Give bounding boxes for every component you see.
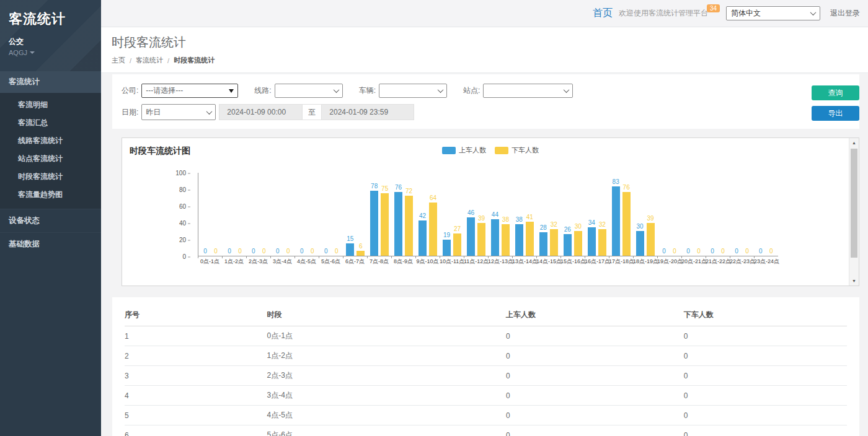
sidebar-section-2[interactable]: 基础数据 <box>0 232 101 256</box>
date-to-input[interactable]: 2024-01-09 23:59 <box>321 104 414 120</box>
table-row: 65点-6点00 <box>125 425 847 436</box>
scroll-up-icon[interactable]: ▲ <box>849 138 859 147</box>
bar-rect <box>550 229 558 256</box>
bar-rect <box>612 186 620 256</box>
bar-value-label: 0 <box>276 248 280 255</box>
page-title: 时段客流统计 <box>112 34 868 51</box>
chart-scrollbar[interactable]: ▲ ▼ <box>849 138 859 286</box>
chart-groups: 0000000000001567875767242641927463944383… <box>198 173 778 256</box>
sidebar-item[interactable]: 线路客流统计 <box>0 132 101 150</box>
line-label: 线路: <box>254 85 271 96</box>
table-cell: 6 <box>125 425 267 436</box>
logout-link[interactable]: 退出登录 <box>830 8 860 19</box>
sidebar-item[interactable]: 站点客流统计 <box>0 150 101 168</box>
bar-value-label: 0 <box>335 248 339 255</box>
org-name: 公交 <box>9 37 92 47</box>
bar-value-label: 39 <box>647 215 654 222</box>
bar-value-label: 0 <box>721 248 725 255</box>
bar-column: 34 <box>588 219 596 256</box>
bar-rect <box>622 192 631 256</box>
y-axis-tick: 20 <box>179 237 190 243</box>
bar-value-label: 0 <box>228 248 231 255</box>
table-cell: 2点-3点 <box>267 366 507 386</box>
sidebar-item[interactable]: 时段客流统计 <box>0 168 101 186</box>
bar-column: 28 <box>539 224 547 256</box>
bar-rect <box>539 232 547 256</box>
vehicle-select[interactable] <box>379 84 447 98</box>
language-select[interactable]: 简体中文 <box>726 6 820 20</box>
line-select[interactable] <box>275 84 343 98</box>
table-cell: 4点-5点 <box>267 406 507 425</box>
filter-row-2: 日期: 昨日 2024-01-09 00:00 至 2024-01-09 23:… <box>122 104 850 120</box>
bar-pair: 00 <box>298 248 316 256</box>
action-buttons: 查询 导出 <box>812 85 859 121</box>
legend-item[interactable]: 下车人数 <box>495 146 539 155</box>
breadcrumb-parent[interactable]: 客流统计 <box>136 56 163 65</box>
table-body: 10点-1点0021点-2点0032点-3点0043点-4点0054点-5点00… <box>125 326 847 436</box>
sidebar-item[interactable]: 客流量趋势图 <box>0 186 101 204</box>
legend-label: 上车人数 <box>459 146 486 155</box>
y-axis-tick: 100 <box>175 170 190 177</box>
bar-rect <box>429 203 437 256</box>
bar-column: 30 <box>636 223 644 256</box>
bar-pair: 00 <box>249 248 268 256</box>
bar-pair: 00 <box>273 248 292 256</box>
chart-category-group: 3432 <box>585 172 609 256</box>
sidebar-item[interactable]: 客流汇总 <box>0 114 101 132</box>
sidebar-submenu: 客流明细客流汇总线路客流统计站点客流统计时段客流统计客流量趋势图 <box>0 93 101 209</box>
bar-column: 26 <box>564 226 572 256</box>
table-row: 10点-1点00 <box>125 326 847 346</box>
bar-value-label: 0 <box>662 248 666 255</box>
sidebar-section-0[interactable]: 客流统计 <box>0 71 101 93</box>
notification-badge[interactable]: 34 <box>707 4 720 12</box>
bar-value-label: 0 <box>203 248 207 255</box>
station-select[interactable] <box>483 84 573 98</box>
legend-label: 下车人数 <box>512 146 539 155</box>
bar-value-label: 78 <box>371 183 378 190</box>
bar-column: 0 <box>708 248 716 256</box>
sidebar-section-1[interactable]: 设备状态 <box>0 209 101 232</box>
user-menu[interactable]: AQGJ <box>9 49 92 56</box>
x-axis-label: 7点-8点 <box>367 256 391 266</box>
x-axis-label: 15点-16点 <box>560 256 585 266</box>
sidebar-item[interactable]: 客流明细 <box>0 96 101 114</box>
data-table: 序号时段上车人数下车人数 10点-1点0021点-2点0032点-3点0043点… <box>125 305 847 436</box>
company-select[interactable]: ---请选择--- <box>141 84 238 98</box>
search-button[interactable]: 查询 <box>812 85 859 100</box>
x-axis-label: 11点-12点 <box>464 256 488 266</box>
bar-column: 32 <box>550 221 558 256</box>
date-range-separator: 至 <box>303 104 321 120</box>
bar-column: 0 <box>719 248 727 256</box>
legend-item[interactable]: 上车人数 <box>442 146 486 155</box>
table-cell: 0 <box>506 386 684 406</box>
breadcrumb-separator: / <box>167 57 169 64</box>
bar-rect <box>647 223 655 256</box>
bar-value-label: 64 <box>430 194 436 201</box>
bar-value-label: 0 <box>311 248 314 255</box>
date-from-input[interactable]: 2024-01-09 00:00 <box>219 104 303 120</box>
bar-column: 0 <box>225 248 233 256</box>
x-axis-label: 20点-21点 <box>681 256 706 266</box>
content: 公司: ---请选择--- 线路: 车辆: 站点: <box>101 73 868 436</box>
bar-rect <box>574 231 582 256</box>
date-preset-select[interactable]: 昨日 <box>141 104 216 120</box>
x-axis-label: 19点-20点 <box>657 256 681 266</box>
bar-column: 72 <box>405 188 413 256</box>
scrollbar-thumb[interactable] <box>851 149 857 258</box>
bar-value-label: 75 <box>381 185 388 192</box>
bar-pair: 00 <box>201 248 219 256</box>
export-button[interactable]: 导出 <box>812 106 859 121</box>
chart-category-group: 00 <box>706 172 730 256</box>
bar-value-label: 0 <box>745 248 749 255</box>
x-axis-label: 6点-7点 <box>343 256 367 266</box>
main-area: 首页 欢迎使用客流统计管理平台 34 简体中文 退出登录 时段客流统计 主页 /… <box>101 0 868 436</box>
chart-category-group: 3841 <box>512 172 536 256</box>
bar-column: 6 <box>356 243 365 256</box>
chart-category-group: 8376 <box>609 172 633 256</box>
scroll-down-icon[interactable]: ▼ <box>849 276 859 286</box>
vehicle-label: 车辆: <box>359 85 376 96</box>
x-axis-label: 17点-18点 <box>609 256 633 266</box>
breadcrumb-home[interactable]: 主页 <box>112 56 125 65</box>
home-link[interactable]: 首页 <box>593 7 613 20</box>
bar-pair: 00 <box>708 248 727 256</box>
